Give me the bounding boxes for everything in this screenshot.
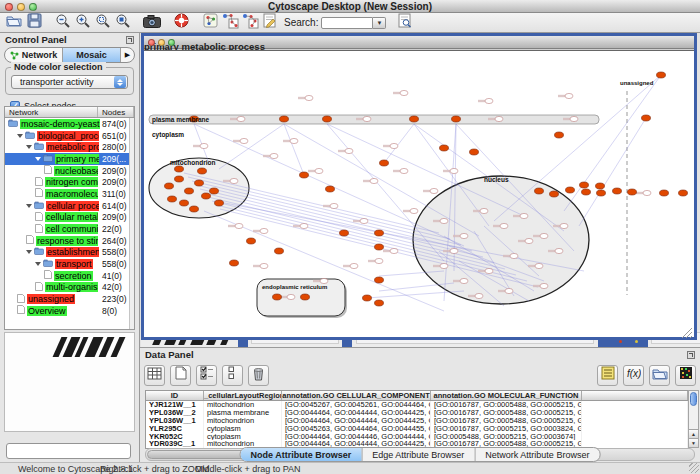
tree-row[interactable]: primary metabo209(... [5, 153, 134, 165]
tree-row-label: nucleobase- [54, 166, 98, 176]
delete-attribute-button[interactable] [248, 365, 269, 386]
window-resize-grip[interactable] [689, 463, 699, 473]
expand-arrow-icon[interactable] [26, 250, 32, 254]
save-session-button[interactable] [25, 14, 43, 31]
tree-row[interactable]: secretion41(0) [5, 270, 134, 282]
tree-row[interactable]: macromolecule311(0) [5, 188, 134, 200]
help-button[interactable] [172, 14, 190, 31]
minimize-button[interactable] [17, 3, 25, 11]
table-row[interactable]: YKR052Ccytoplasm[GO:0044464, GO:0044446,… [146, 433, 688, 441]
tab-edge-attribute-browser[interactable]: Edge Attribute Browser [362, 448, 475, 461]
tree-row[interactable]: establishment of lo558(0) [5, 247, 134, 259]
tab-mosaic[interactable]: Mosaic [63, 48, 121, 62]
attribute-matrix-button[interactable] [675, 365, 696, 386]
table-cell: cytoplasm [204, 433, 282, 441]
annotation-button[interactable] [261, 14, 279, 31]
tree-row[interactable]: Overview8(0) [5, 305, 134, 317]
table-row[interactable]: YPL036W__1mitochondrion[GO:0044464, GO:0… [146, 417, 688, 425]
tab-network[interactable]: Network [5, 48, 63, 62]
data-panel-toolbar-left [144, 365, 269, 386]
tab-overflow-arrow-icon[interactable]: ▶ [121, 48, 134, 62]
zoom-window-button[interactable] [29, 3, 37, 11]
table-cell: [GO:0044464, GO:0044444, GO:0044425, G..… [282, 417, 431, 425]
tree-row-count: 558(0) [102, 259, 127, 269]
data-panel-title: Data Panel [145, 349, 194, 360]
scroll-up-button[interactable]: ▲ [689, 429, 698, 438]
tree-row[interactable]: metabolic process280(0) [5, 141, 134, 153]
table-cell-filler [582, 425, 688, 433]
scroll-down-button[interactable]: ▼ [689, 438, 698, 447]
expand-arrow-icon[interactable] [17, 134, 23, 138]
float-panel-icon[interactable] [126, 36, 134, 44]
scrollbar-thumb[interactable] [690, 392, 697, 406]
close-button[interactable] [5, 3, 13, 11]
table-options-button[interactable] [144, 365, 165, 386]
background-window-node [619, 340, 622, 343]
table-row[interactable]: YJR121W__1mitochondrion[GO:0045267, GO:0… [146, 401, 688, 409]
minimize-button[interactable] [158, 39, 165, 46]
control-panel-title: Control Panel [5, 34, 67, 45]
network-canvas[interactable]: plasma membranecytoplasmmitochondrionnuc… [144, 50, 694, 337]
attribute-list-icon [601, 366, 615, 384]
layout-network-b-button[interactable] [241, 14, 259, 31]
tab-network-attribute-browser[interactable]: Network Attribute Browser [475, 448, 599, 461]
save-session-icon [27, 13, 42, 32]
network-tab-icon [10, 51, 19, 60]
new-attribute-button[interactable] [170, 365, 191, 386]
search-document-button[interactable] [396, 14, 414, 31]
column-header[interactable]: ID [146, 391, 204, 400]
background-window-node [635, 340, 638, 343]
tree-row[interactable]: cellular metabo209(0) [5, 212, 134, 224]
expand-arrow-icon[interactable] [26, 145, 32, 149]
close-button[interactable] [148, 39, 155, 46]
table-row[interactable]: YLR295Ccytoplasm[GO:0045263, GO:0044464,… [146, 425, 688, 433]
tree-row[interactable]: mosaic-demo-yeast874(0) [5, 118, 134, 130]
column-header[interactable]: annotation.GO CELLULAR_COMPONENT [282, 391, 431, 400]
select-attributes-button[interactable] [196, 365, 217, 386]
zoom-in-button[interactable] [74, 14, 92, 31]
expand-arrow-icon[interactable] [26, 204, 32, 208]
tree-row[interactable]: nucleobase-209(0) [5, 165, 134, 177]
tree-row[interactable]: cellular process614(0) [5, 200, 134, 212]
tree-row[interactable]: biological_process651(0) [5, 130, 134, 142]
unselect-attributes-button[interactable] [222, 365, 243, 386]
expand-arrow-icon[interactable] [35, 157, 41, 161]
status-text: Middle-click + drag to PAN [195, 464, 301, 474]
search-input[interactable] [321, 17, 373, 29]
control-panel: Control Panel Network Mosaic ▶ Node colo… [0, 33, 140, 462]
zoom-window-button[interactable] [168, 39, 175, 46]
function-builder-button[interactable]: f(x) [623, 365, 644, 386]
zoom-out-button[interactable] [54, 14, 72, 31]
birds-eye-view[interactable] [4, 332, 135, 432]
expand-arrow-icon[interactable] [35, 262, 41, 266]
tree-row-label: cell communicat [45, 224, 98, 234]
zoom-selected-button[interactable] [94, 14, 112, 31]
create-network-view-button[interactable] [201, 14, 219, 31]
network-filter-field[interactable] [6, 443, 131, 459]
tree-column-nodes[interactable]: Nodes [98, 107, 134, 117]
float-panel-icon[interactable] [687, 351, 695, 359]
node-color-dropdown[interactable]: transporter activity [11, 75, 128, 89]
export-image-button[interactable] [143, 14, 161, 31]
tree-column-network[interactable]: Network [5, 107, 98, 117]
tree-row[interactable]: unassigned223(0) [5, 293, 134, 305]
search-dropdown-arrow-icon[interactable]: ▼ [373, 17, 386, 29]
tab-node-attribute-browser[interactable]: Node Attribute Browser [241, 448, 363, 461]
import-attributes-button[interactable] [649, 365, 670, 386]
table-row[interactable]: YPL036W__2plasma membrane[GO:0044464, GO… [146, 409, 688, 417]
network-window-titlebar[interactable]: primary metabolic process [144, 36, 694, 49]
tree-row[interactable]: multi-organism pro42(0) [5, 282, 134, 294]
zoom-fit-button[interactable] [114, 14, 132, 31]
tree-scrollbar[interactable] [129, 118, 134, 329]
tree-row-label: secretion [54, 271, 93, 281]
column-header[interactable]: _cellularLayoutRegion [204, 391, 282, 400]
tree-row[interactable]: nitrogen compo209(0) [5, 176, 134, 188]
open-session-button[interactable] [5, 14, 23, 31]
column-header[interactable]: annotation.GO MOLECULAR_FUNCTION [431, 391, 582, 400]
table-vertical-scrollbar[interactable]: ▲ ▼ [688, 390, 699, 448]
layout-network-a-button[interactable] [221, 14, 239, 31]
attribute-list-button[interactable] [597, 365, 618, 386]
tree-row[interactable]: response to stimulu264(0) [5, 235, 134, 247]
tree-row[interactable]: transport558(0) [5, 258, 134, 270]
tree-row[interactable]: cell communicat22(0) [5, 223, 134, 235]
